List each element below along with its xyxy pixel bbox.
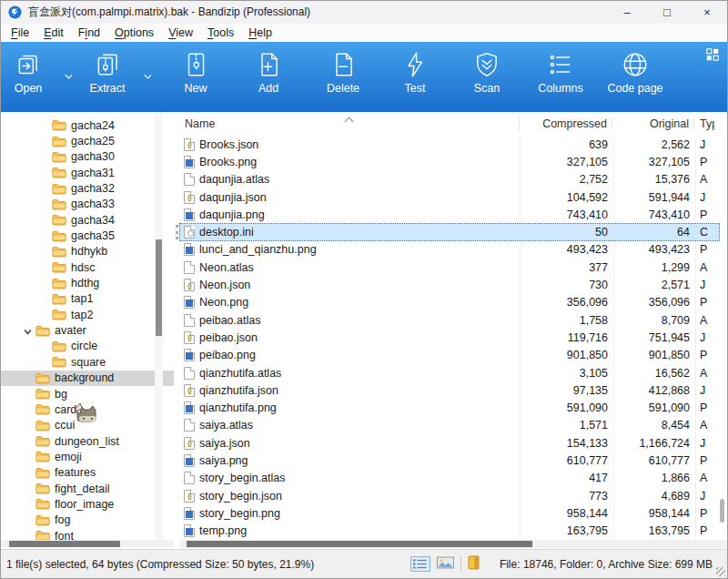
open-dropdown-button[interactable] — [56, 42, 81, 112]
column-header-compressed[interactable]: Compressed — [520, 117, 612, 130]
sidebar-folder-emoji[interactable]: emoji — [1, 449, 174, 464]
sidebar-folder-features[interactable]: features — [1, 465, 174, 481]
file-type: J — [694, 437, 714, 450]
file-row-daqunjia.png[interactable]: daqunjia.png 743,410 743,410 P — [179, 206, 720, 223]
sidebar-folder-circle[interactable]: circle — [1, 339, 174, 354]
file-row-daqunjia.atlas[interactable]: daqunjia.atlas 2,752 15,376 A — [179, 171, 720, 188]
sidebar-vertical-scrollbar-thumb[interactable] — [156, 239, 162, 336]
file-list-horizontal-scrollbar[interactable] — [179, 540, 727, 548]
new-button[interactable]: New — [161, 42, 230, 112]
file-list-vertical-scrollbar-thumb[interactable] — [720, 499, 724, 523]
file-name-cell: saiya.atlas — [179, 419, 520, 432]
sidebar-folder-gacha31[interactable]: gacha31 — [1, 165, 174, 180]
sidebar-folder-gacha25[interactable]: gacha25 — [1, 133, 174, 148]
file-name-cell: saiya.json — [179, 437, 520, 450]
file-row-saiya.atlas[interactable]: saiya.atlas 1,571 8,454 A — [179, 417, 720, 434]
file-row-lunci_and_qianzhu.png[interactable]: lunci_and_qianzhu.png 493,423 493,423 P — [179, 241, 720, 259]
file-row-saiya.json[interactable]: saiya.json 154,133 1,166,724 J — [179, 434, 720, 452]
sidebar-folder-gacha32[interactable]: gacha32 — [1, 180, 174, 196]
sidebar-folder-gacha30[interactable]: gacha30 — [1, 149, 174, 165]
file-row-daqunjia.json[interactable]: daqunjia.json 104,592 591,944 J — [179, 188, 720, 206]
file-list-horizontal-scrollbar-thumb[interactable] — [187, 541, 532, 547]
file-row-qianzhutifa.atlas[interactable]: qianzhutifa.atlas 3,105 16,562 A — [179, 364, 720, 381]
menu-item-file[interactable]: File — [4, 25, 36, 40]
sidebar-folder-background[interactable]: background — [1, 371, 174, 386]
folder-icon — [35, 420, 50, 432]
sidebar-folder-square[interactable]: square — [1, 354, 174, 370]
menu-item-options[interactable]: Options — [107, 25, 161, 40]
file-row-Brooks.json[interactable]: Brooks.json 639 2,562 J — [179, 136, 720, 153]
chevron-expanded-icon[interactable] — [22, 326, 34, 335]
sidebar-horizontal-scrollbar-thumb[interactable] — [9, 541, 120, 547]
layout-grid-icon[interactable] — [706, 48, 719, 61]
details-view-button[interactable] — [410, 556, 430, 572]
file-row-peibao.json[interactable]: peibao.json 119,716 751,945 J — [179, 329, 720, 346]
file-row-Neon.png[interactable]: Neon.png 356,096 356,096 P — [179, 294, 720, 311]
sidebar-horizontal-scrollbar[interactable] — [1, 540, 174, 547]
menu-item-help[interactable]: Help — [241, 25, 279, 40]
file-type-icon — [184, 384, 195, 397]
column-header-original[interactable]: Original — [612, 117, 694, 130]
file-row-peibao.png[interactable]: peibao.png 901,850 901,850 P — [179, 347, 720, 364]
file-row-peibao.atlas[interactable]: peibao.atlas 1,758 8,709 A — [179, 311, 720, 329]
sidebar-folder-avater[interactable]: avater — [1, 322, 174, 338]
open-button[interactable]: Open — [1, 42, 56, 112]
maximize-button[interactable]: □ — [647, 1, 687, 24]
menu-item-tools[interactable]: Tools — [200, 25, 241, 40]
extract-dropdown-button[interactable] — [134, 42, 161, 112]
column-header-name[interactable]: Name — [179, 115, 520, 133]
file-row-story_begin.atlas[interactable]: story_begin.atlas 417 1,866 A — [179, 470, 720, 487]
scan-button[interactable]: Scan — [450, 42, 523, 112]
sidebar-folder-hdsc[interactable]: hdsc — [1, 259, 174, 275]
archive-folder-button[interactable] — [468, 555, 480, 573]
sidebar-folder-gacha35[interactable]: gacha35 — [1, 228, 174, 243]
folder-label: hdhykb — [71, 245, 107, 258]
sidebar-folder-dungeon_list[interactable]: dungeon_list — [1, 433, 174, 449]
file-name-cell: saiya.png — [179, 454, 520, 467]
status-bar: 1 file(s) selected, 64 bytes (Compressed… — [1, 549, 727, 578]
columns-button[interactable]: Columns — [523, 42, 598, 112]
file-type: J — [694, 331, 714, 344]
file-row-desktop.ini[interactable]: desktop.ini 50 64 C — [179, 223, 720, 240]
codepage-button[interactable]: Code page — [598, 42, 672, 112]
splitter-grip[interactable] — [176, 225, 178, 239]
extract-button[interactable]: Extract — [81, 42, 134, 112]
file-row-story_begin.png[interactable]: story_begin.png 958,144 958,144 P — [179, 504, 720, 522]
sidebar-vertical-scrollbar[interactable] — [155, 112, 163, 540]
sidebar-folder-hdhykb[interactable]: hdhykb — [1, 244, 174, 259]
file-row-saiya.png[interactable]: saiya.png 610,777 610,777 P — [179, 452, 720, 469]
file-original-size: 958,144 — [612, 507, 694, 520]
file-row-Neon.atlas[interactable]: Neon.atlas 377 1,299 A — [179, 259, 720, 276]
file-row-temp.png[interactable]: temp.png 163,795 163,795 P — [179, 523, 720, 540]
file-row-story_begin.json[interactable]: story_begin.json 773 4,689 J — [179, 487, 720, 504]
sidebar-folder-fight_detail[interactable]: fight_detail — [1, 481, 174, 496]
sidebar-folder-hdthg[interactable]: hdthg — [1, 275, 174, 290]
sidebar-folder-tap1[interactable]: tap1 — [1, 291, 174, 307]
file-row-Neon.json[interactable]: Neon.json 730 2,571 J — [179, 276, 720, 293]
minimize-button[interactable]: – — [607, 1, 647, 24]
menu-item-edit[interactable]: Edit — [36, 25, 71, 40]
folder-icon — [35, 482, 50, 494]
sidebar-folder-fog[interactable]: fog — [1, 513, 174, 528]
add-button[interactable]: Add — [230, 42, 307, 112]
window-controls: – □ × — [607, 1, 727, 24]
file-type: P — [694, 349, 714, 361]
file-row-qianzhutifa.png[interactable]: qianzhutifa.png 591,090 591,090 P — [179, 399, 720, 416]
resize-grip[interactable] — [716, 567, 725, 576]
sidebar-folder-tap2[interactable]: tap2 — [1, 307, 174, 322]
file-row-qianzhutifa.json[interactable]: qianzhutifa.json 97,135 412,868 J — [179, 381, 720, 399]
file-original-size: 743,410 — [612, 208, 694, 221]
thumbnail-view-button[interactable] — [437, 556, 454, 572]
sidebar-folder-floor_image[interactable]: floor_image — [1, 496, 174, 512]
close-button[interactable]: × — [687, 1, 727, 24]
sidebar-folder-gacha33[interactable]: gacha33 — [1, 197, 174, 212]
file-original-size: 901,850 — [612, 349, 694, 361]
delete-button[interactable]: Delete — [307, 42, 379, 112]
sidebar-folder-gacha34[interactable]: gacha34 — [1, 212, 174, 228]
menu-item-view[interactable]: View — [161, 25, 200, 40]
column-header-type[interactable]: Type — [694, 117, 714, 130]
test-button[interactable]: Test — [379, 42, 450, 112]
file-row-Brooks.png[interactable]: Brooks.png 327,105 327,105 P — [179, 153, 720, 170]
menu-item-find[interactable]: Find — [71, 25, 107, 40]
sidebar-folder-gacha24[interactable]: gacha24 — [1, 117, 174, 133]
